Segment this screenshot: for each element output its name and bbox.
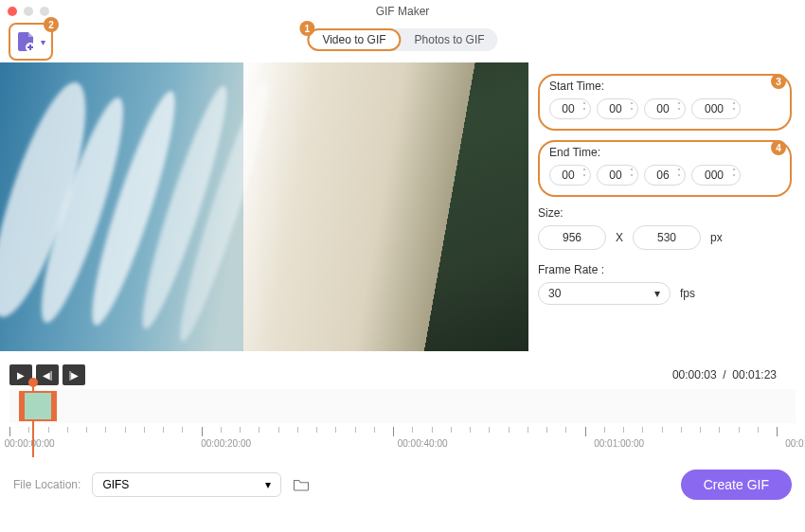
start-seconds-stepper[interactable]: 00˄˅ xyxy=(644,98,686,119)
callout-badge-1: 1 xyxy=(299,21,314,36)
chevron-down-icon: ˅ xyxy=(582,175,586,181)
end-ms-stepper[interactable]: 000˄˅ xyxy=(691,165,741,186)
frame-rate-select[interactable]: 30▾ xyxy=(538,282,671,305)
chevron-down-icon: ˅ xyxy=(732,175,736,181)
close-window-icon[interactable] xyxy=(8,7,17,16)
size-label: Size: xyxy=(538,206,792,220)
video-preview[interactable] xyxy=(0,62,528,351)
chevron-down-icon: ˅ xyxy=(732,109,736,115)
tab-video-to-gif[interactable]: Video to GIF xyxy=(307,28,401,51)
size-row: 956 X 530 px xyxy=(538,225,792,250)
file-plus-icon xyxy=(14,30,37,53)
title-bar: GIF Maker xyxy=(0,0,805,23)
main-area: 3 Start Time: 00˄˅ 00˄˅ 00˄˅ 000˄˅ 4 End… xyxy=(0,62,805,361)
minimize-window-icon xyxy=(24,7,33,16)
callout-badge-2: 2 xyxy=(44,17,59,32)
callout-badge-4: 4 xyxy=(771,140,786,155)
trim-handle-right[interactable] xyxy=(51,393,57,419)
import-button[interactable]: ▾ xyxy=(14,30,45,53)
start-time-label: Start Time: xyxy=(549,80,780,93)
file-location-label: File Location: xyxy=(13,478,80,491)
step-back-button[interactable]: ◀| xyxy=(36,364,59,385)
import-button-wrapper: ▾ 2 xyxy=(9,23,53,61)
timecode-display: 00:00:03 / 00:01:23 xyxy=(672,368,777,381)
chevron-down-icon: ▾ xyxy=(654,287,660,300)
chevron-down-icon: ˅ xyxy=(582,109,586,115)
bottom-bar: File Location: GIFS▾ Create GIF xyxy=(0,461,805,508)
clip-track[interactable] xyxy=(9,389,796,423)
chevron-down-icon: ˅ xyxy=(630,175,634,181)
window-title: GIF Maker xyxy=(376,5,430,18)
create-gif-button[interactable]: Create GIF xyxy=(681,470,792,500)
playback-controls: ▶ ◀| |▶ 00:00:03 / 00:01:23 xyxy=(0,361,805,389)
chevron-down-icon: ˅ xyxy=(677,109,681,115)
size-x: X xyxy=(616,231,623,244)
start-ms-stepper[interactable]: 000˄˅ xyxy=(691,98,741,119)
chevron-down-icon: ▾ xyxy=(41,37,45,47)
start-time-group: 3 Start Time: 00˄˅ 00˄˅ 00˄˅ 000˄˅ xyxy=(538,74,792,131)
end-time-label: End Time: xyxy=(549,146,780,159)
size-width-input[interactable]: 956 xyxy=(538,225,606,250)
step-forward-button[interactable]: |▶ xyxy=(63,364,85,385)
size-height-input[interactable]: 530 xyxy=(633,225,701,250)
start-minutes-stepper[interactable]: 00˄˅ xyxy=(597,98,638,119)
chevron-down-icon: ˅ xyxy=(630,109,634,115)
end-minutes-stepper[interactable]: 00˄˅ xyxy=(597,165,638,186)
chevron-down-icon: ˅ xyxy=(677,175,681,181)
chevron-down-icon: ▾ xyxy=(265,478,271,491)
time-ruler: 00:00:00:00 00:00:20:00 00:00:40:00 00:0… xyxy=(9,427,796,457)
preview-frame xyxy=(0,62,528,351)
mode-tabs: 1 Video to GIF Photos to GIF xyxy=(307,28,497,51)
start-hours-stepper[interactable]: 00˄˅ xyxy=(549,98,591,119)
trim-handle-left[interactable] xyxy=(19,393,25,419)
frame-rate-unit: fps xyxy=(680,287,695,300)
end-seconds-stepper[interactable]: 06˄˅ xyxy=(644,165,686,186)
maximize-window-icon xyxy=(40,7,49,16)
timeline[interactable]: 00:00:00:00 00:00:20:00 00:00:40:00 00:0… xyxy=(0,389,805,461)
tab-photos-to-gif[interactable]: Photos to GIF xyxy=(402,28,498,51)
toolbar: ▾ 2 1 Video to GIF Photos to GIF xyxy=(0,23,805,62)
folder-icon[interactable] xyxy=(293,477,310,492)
callout-badge-3: 3 xyxy=(771,74,786,89)
end-time-group: 4 End Time: 00˄˅ 00˄˅ 06˄˅ 000˄˅ xyxy=(538,140,792,197)
file-location-select[interactable]: GIFS▾ xyxy=(92,472,281,497)
settings-panel: 3 Start Time: 00˄˅ 00˄˅ 00˄˅ 000˄˅ 4 End… xyxy=(528,62,805,361)
frame-rate-label: Frame Rate : xyxy=(538,263,792,276)
size-unit: px xyxy=(710,231,723,244)
selection-clip[interactable] xyxy=(19,391,57,421)
end-hours-stepper[interactable]: 00˄˅ xyxy=(549,165,591,186)
traffic-lights xyxy=(8,7,49,16)
